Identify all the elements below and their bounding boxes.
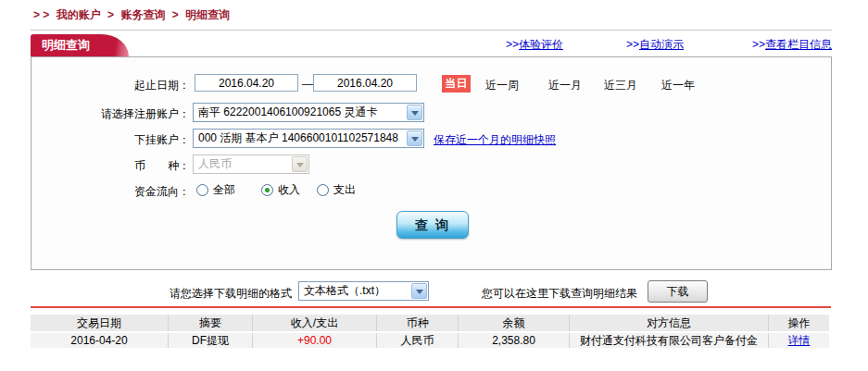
header-divider [31,30,832,31]
currency-value: 人民币 [198,157,232,170]
tab-title: 明细查询 [42,38,90,52]
sub-account-label: 下挂账户： [74,132,190,148]
cell-counterparty: 财付通支付科技有限公司客户备付金 [570,333,769,348]
link-experience-review[interactable]: >>体验评价 [506,37,563,53]
tab-detail-query[interactable]: 明细查询 [31,34,99,56]
chevron-down-icon[interactable] [407,130,422,146]
chevron-down-icon [292,156,308,172]
radio-icon [317,184,329,196]
cell-action: 详情 [769,333,829,348]
cell-trade-date: 2016-04-20 [31,333,169,348]
link-auto-demo[interactable]: >>自动演示 [626,37,684,53]
cell-summary: DF提现 [169,333,253,348]
query-button[interactable]: 查 询 [396,211,469,239]
radio-label: 全部 [213,182,235,198]
quick-date-last-3-months[interactable]: 近三月 [604,78,637,93]
result-table: 交易日期 摘要 收入/支出 币种 余额 对方信息 操作 2016-04-20 D… [31,315,829,348]
download-format-value: 文本格式（.txt） [304,284,385,297]
currency-select: 人民币 [193,155,309,174]
double-arrow-icon: >> [506,38,519,51]
date-from-input[interactable] [195,74,298,92]
quick-date-last-month[interactable]: 近一月 [548,78,582,93]
cell-amount: +90.00 [253,333,377,348]
breadcrumb-item-my-account[interactable]: 我的账户 [57,8,101,21]
header-summary: 摘要 [169,315,253,331]
header-counterparty: 对方信息 [570,315,769,331]
double-arrow-icon: >> [626,38,639,51]
detail-link[interactable]: 详情 [788,334,811,347]
quick-date-last-year[interactable]: 近一年 [661,78,695,93]
cell-balance: 2,358.80 [459,333,570,348]
download-hint: 您可以在这里下载查询明细结果 [482,286,637,302]
breadcrumb-separator: > [107,8,114,21]
snapshot-link[interactable]: 保存近一个月的明细快照 [434,132,556,148]
date-range-separator: — [302,78,313,91]
header-trade-date: 交易日期 [31,315,169,331]
fund-flow-label: 资金流向： [74,184,190,200]
link-label: 查看栏目信息 [765,38,832,51]
chevron-down-icon[interactable] [411,283,427,299]
date-range-label: 起止日期： [74,78,190,93]
date-to-input[interactable] [313,74,417,92]
cell-currency: 人民币 [377,333,459,348]
currency-label: 币 种： [74,158,190,174]
header-currency: 币种 [377,315,459,331]
sub-account-select[interactable]: 000 活期 基本户 1406600101102571848 [193,129,424,148]
breadcrumb-item-account-query[interactable]: 账务查询 [120,8,165,21]
radio-label: 支出 [333,182,356,198]
download-format-select[interactable]: 文本格式（.txt） [298,281,429,301]
chevron-down-icon[interactable] [407,105,422,120]
header-action: 操作 [769,315,829,331]
breadcrumb-item-detail-query[interactable]: 明细查询 [185,8,230,21]
register-account-label: 请选择注册账户： [74,106,190,122]
radio-label: 收入 [278,182,300,198]
fund-flow-radio-expense[interactable]: 支出 [317,182,356,198]
fund-flow-radio-income[interactable]: 收入 [261,182,300,198]
table-row: 2016-04-20 DF提现 +90.00 人民币 2,358.80 财付通支… [31,333,829,348]
radio-icon [196,184,208,196]
double-arrow-icon: >> [752,38,765,51]
download-format-label: 请您选择下载明细的格式 [170,286,292,302]
link-view-column-info[interactable]: >>查看栏目信息 [752,37,832,53]
breadcrumb-separator: > [172,8,179,21]
link-label: 体验评价 [519,38,563,51]
header-amount: 收入/支出 [253,315,377,331]
table-header-row: 交易日期 摘要 收入/支出 币种 余额 对方信息 操作 [31,315,829,331]
result-divider [31,306,831,308]
detail-query-page: > > 我的账户 > 账务查询 > 明细查询 明细查询 >>体验评价 >>自动演… [0,0,868,371]
register-account-value: 南平 6222001406100921065 灵通卡 [198,105,377,118]
breadcrumb: > > 我的账户 > 账务查询 > 明细查询 [33,7,233,23]
register-account-select[interactable]: 南平 6222001406100921065 灵通卡 [193,103,424,122]
header-balance: 余额 [459,315,570,331]
fund-flow-radio-all[interactable]: 全部 [196,182,235,198]
quick-date-today-badge[interactable]: 当日 [442,75,471,93]
breadcrumb-arrows-icon: > > [33,8,49,21]
sub-account-value: 000 活期 基本户 1406600101102571848 [198,131,398,144]
download-button[interactable]: 下载 [648,280,708,303]
link-label: 自动演示 [639,38,684,51]
quick-date-last-week[interactable]: 近一周 [485,78,519,93]
radio-icon [261,184,273,196]
